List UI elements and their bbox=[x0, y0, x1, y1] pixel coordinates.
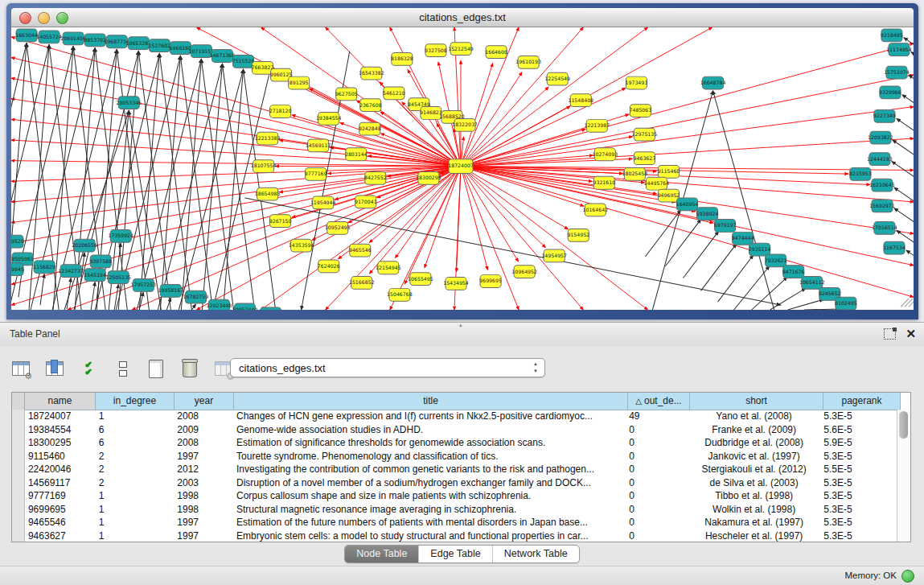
graph-node-yellow[interactable]: 12975135 bbox=[632, 128, 658, 141]
graph-node-teal[interactable]: 12444193 bbox=[867, 153, 893, 166]
graph-node-yellow[interactable]: 12154945 bbox=[376, 262, 401, 274]
graph-node-teal[interactable]: 15692971 bbox=[869, 200, 895, 212]
clear-selection-icon[interactable] bbox=[109, 356, 135, 381]
graph-node-teal[interactable]: 20206556 bbox=[72, 239, 97, 252]
graph-node-yellow[interactable]: 9627505 bbox=[335, 88, 358, 101]
table-row[interactable]: 1872400712008Changes of HCN gene express… bbox=[12, 410, 897, 423]
graph-node-yellow[interactable]: 9242848 bbox=[359, 122, 381, 135]
graph-node-teal[interactable]: 16648784 bbox=[700, 76, 726, 89]
graph-node-teal[interactable]: 1527602 bbox=[149, 39, 171, 52]
graph-node-yellow[interactable]: 19610193 bbox=[515, 56, 541, 68]
splitter-handle[interactable]: ▴ bbox=[459, 323, 466, 327]
graph-node-yellow[interactable]: 11548408 bbox=[568, 94, 593, 107]
graph-node-yellow[interactable]: 10964952 bbox=[511, 266, 537, 278]
graph-node-teal[interactable]: 9245012 bbox=[260, 307, 282, 310]
memory-status-icon[interactable] bbox=[901, 570, 914, 583]
graph-node-yellow[interactable]: 10164642 bbox=[582, 204, 608, 216]
new-table-icon[interactable] bbox=[143, 356, 169, 381]
table-row[interactable]: 977716911998Corpus callosum shape and si… bbox=[12, 489, 897, 503]
graph-node-teal[interactable]: 20691406 bbox=[60, 32, 86, 45]
tab-network-table[interactable]: Network Table bbox=[493, 546, 579, 562]
graph-node-teal[interactable]: 10654112 bbox=[799, 277, 825, 290]
graph-node-yellow[interactable]: 9327508 bbox=[425, 44, 447, 57]
vertical-scrollbar[interactable] bbox=[897, 410, 910, 542]
graph-node-yellow[interactable]: 15046768 bbox=[387, 288, 413, 301]
graph-node-yellow[interactable]: 18724007 bbox=[448, 159, 474, 174]
graph-node-yellow[interactable]: 14495764 bbox=[644, 177, 670, 190]
graph-node-teal[interactable]: 9474444 bbox=[732, 232, 754, 245]
graph-node-yellow[interactable]: 12254549 bbox=[544, 72, 570, 85]
graph-node-teal[interactable]: 8471676 bbox=[782, 266, 805, 278]
graph-node-yellow[interactable]: 12213987 bbox=[585, 119, 610, 132]
graph-node-teal[interactable]: 9218495 bbox=[881, 29, 903, 42]
graph-node-teal[interactable]: 2935114 bbox=[749, 243, 771, 256]
graph-node-teal[interactable]: 8215953 bbox=[849, 168, 872, 181]
graph-node-teal[interactable]: 17957253 bbox=[130, 279, 156, 292]
graph-node-teal[interactable]: 14055724 bbox=[36, 31, 62, 43]
graph-node-teal[interactable]: 9227349 bbox=[873, 110, 896, 123]
column-header-name[interactable]: name bbox=[25, 393, 96, 410]
column-header-out_de[interactable]: △out_de... bbox=[628, 393, 690, 410]
graph-node-yellow[interactable]: 14954957 bbox=[541, 249, 567, 262]
graph-node-yellow[interactable]: 9267150 bbox=[269, 215, 292, 228]
table-row[interactable]: 969969511998Structural magnetic resonanc… bbox=[12, 503, 897, 517]
table-row[interactable]: 1456911722003Disruption of a novel membe… bbox=[12, 476, 897, 490]
graph-node-yellow[interactable]: 18322037 bbox=[452, 118, 478, 131]
graph-node-yellow[interactable]: 10655495 bbox=[408, 273, 433, 286]
graph-node-teal[interactable]: 9397588 bbox=[89, 255, 112, 268]
delete-table-icon[interactable] bbox=[177, 356, 203, 381]
graph-node-teal[interactable]: 16782759 bbox=[183, 290, 209, 303]
graph-node-teal[interactable]: 6979197 bbox=[714, 220, 737, 233]
graph-node-yellow[interactable]: 18025458 bbox=[622, 168, 648, 181]
graph-node-yellow[interactable]: 10952495 bbox=[325, 222, 351, 235]
graph-node-teal[interactable]: 12093822 bbox=[868, 131, 893, 144]
graph-node-yellow[interactable]: 8427552 bbox=[364, 171, 387, 184]
graph-node-yellow[interactable]: 16543382 bbox=[359, 67, 384, 80]
graph-node-teal[interactable]: 3919945 bbox=[11, 263, 24, 276]
graph-node-yellow[interactable]: 9777169 bbox=[305, 168, 327, 181]
graph-node-yellow[interactable]: 10274093 bbox=[593, 148, 618, 161]
graph-node-yellow[interactable]: 7485063 bbox=[630, 105, 652, 117]
graph-node-yellow[interactable]: 18107554 bbox=[251, 160, 277, 173]
network-window-titlebar[interactable]: citations_edges.txt bbox=[11, 8, 914, 27]
table-row[interactable]: 911546021997Tourette syndrome. Phenomeno… bbox=[12, 450, 897, 463]
graph-node-teal[interactable]: 12923448 bbox=[207, 299, 232, 310]
network-canvas[interactable]: 1663044140557242069140688537021968773410… bbox=[11, 27, 914, 310]
table-row[interactable]: 1830029562008Estimation of significance … bbox=[12, 436, 897, 450]
close-panel-icon[interactable]: ✕ bbox=[906, 328, 916, 340]
network-file-select[interactable]: citations_edges.txt ▲▼ bbox=[230, 358, 545, 377]
graph-node-yellow[interactable]: 5461210 bbox=[383, 87, 405, 100]
table-row[interactable]: 946362711997Embryonic stem cells: a mode… bbox=[12, 529, 897, 543]
graph-node-yellow[interactable]: 2718120 bbox=[269, 105, 292, 118]
graph-node-yellow[interactable]: 9115460 bbox=[658, 166, 680, 179]
graph-node-yellow[interactable]: 9699695 bbox=[479, 275, 502, 288]
graph-node-yellow[interactable]: 2803144 bbox=[345, 148, 368, 161]
graph-node-teal[interactable]: 1640954 bbox=[676, 198, 699, 211]
graph-node-yellow[interactable]: 15434954 bbox=[443, 278, 469, 290]
graph-node-yellow[interactable]: 1664600 bbox=[485, 46, 507, 59]
graph-node-teal[interactable]: 1663044 bbox=[15, 29, 38, 42]
graph-node-yellow[interactable]: 15212549 bbox=[448, 43, 474, 56]
tab-edge-table[interactable]: Edge Table bbox=[419, 546, 492, 562]
graph-node-teal[interactable]: 10653287 bbox=[125, 37, 151, 50]
graph-node-yellow[interactable]: 9463627 bbox=[634, 152, 656, 165]
citation-graph[interactable]: 1663044140557242069140688537021968773410… bbox=[11, 27, 914, 310]
graph-node-yellow[interactable]: 9170041 bbox=[355, 196, 377, 208]
graph-node-yellow[interactable]: 18300295 bbox=[416, 171, 441, 184]
column-header-title[interactable]: title bbox=[234, 393, 628, 410]
table-row[interactable]: 1938455462009Genome-wide association stu… bbox=[12, 423, 897, 437]
graph-node-teal[interactable]: 20053346 bbox=[116, 97, 142, 109]
graph-node-yellow[interactable]: 18654985 bbox=[255, 187, 281, 200]
column-header-short[interactable]: short bbox=[690, 393, 823, 410]
graph-node-yellow[interactable]: 14569117 bbox=[306, 139, 331, 152]
column-header-in_degree[interactable]: in_degree bbox=[96, 393, 175, 410]
table-settings-icon[interactable]: ⚙ bbox=[8, 356, 34, 381]
graph-node-yellow[interactable]: 9321610 bbox=[593, 176, 615, 189]
column-header-pagerank[interactable]: pagerank bbox=[823, 393, 901, 410]
graph-node-teal[interactable]: 12342737 bbox=[58, 265, 84, 278]
graph-node-yellow[interactable]: 7624026 bbox=[318, 260, 340, 273]
select-columns-icon[interactable] bbox=[42, 356, 68, 381]
graph-node-teal[interactable]: 19958167 bbox=[158, 284, 184, 297]
graph-node-teal[interactable]: 15751074 bbox=[884, 66, 910, 79]
column-header-year[interactable]: year bbox=[175, 393, 234, 410]
